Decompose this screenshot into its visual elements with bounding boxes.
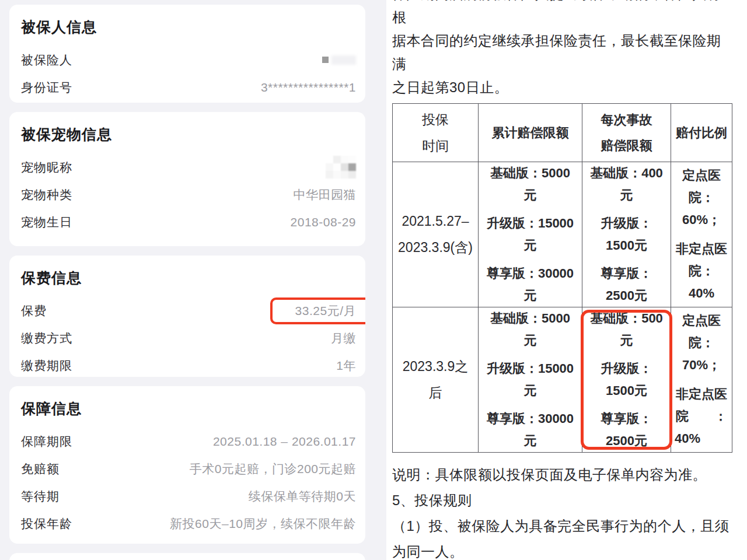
pet-birthday-row: 宠物生日 2018-08-29	[21, 208, 356, 236]
redaction-square	[322, 57, 329, 63]
renewal-clause-paragraph: 保险期间届满前被保险人提出续保申请的，保险人将根 据本合同的约定继续承担保险责任…	[392, 0, 732, 99]
waiting-period-value: 续保保单等待期0天	[249, 488, 356, 505]
id-number-value: 3****************1	[261, 80, 356, 94]
header-payout-ratio: 赔付比例	[671, 104, 732, 162]
header-policy-time: 投保 时间	[393, 104, 479, 162]
next-card-partial	[9, 553, 365, 560]
table-row-2021: 2021.5.27– 2023.3.9(含) 基础版：5000 元 升级版：15…	[393, 162, 732, 307]
payment-method-label: 缴费方式	[21, 330, 72, 346]
section-5-title: 5、投保规则	[392, 488, 732, 513]
cell-per-accident-2021: 基础版：400 元 升级版： 1500元 尊享版： 2500元	[582, 162, 671, 307]
id-number-row: 身份证号 3****************1	[21, 74, 356, 101]
cell-ratio-2021: 定点医 院： 60%； 非定点医 院： 40%	[671, 162, 732, 307]
deductible-value: 手术0元起赔，门诊200元起赔	[190, 461, 356, 477]
pet-birthday-label: 宠物生日	[21, 214, 72, 230]
waiting-period-row: 等待期 续保保单等待期0天	[21, 482, 356, 510]
rule-1: （1）投、被保险人为具备完全民事行为的个人，且须为同一人。	[392, 513, 732, 560]
pet-birthday-value: 2018-08-29	[291, 215, 356, 229]
premium-card-title: 保费信息	[21, 268, 356, 288]
pet-nickname-label: 宠物昵称	[21, 159, 72, 176]
coverage-period-label: 保障期限	[21, 433, 72, 450]
terms-document-pane: 保险期间届满前被保险人提出续保申请的，保险人将根 据本合同的约定继续承担保险责任…	[386, 0, 747, 560]
pet-nickname-redacted-value	[326, 156, 356, 178]
redaction-mosaic	[326, 156, 356, 178]
cell-time-2021: 2021.5.27– 2023.3.9(含)	[393, 162, 479, 307]
pet-species-value: 中华田园猫	[294, 187, 357, 203]
payment-method-row: 缴费方式 月缴	[21, 324, 356, 352]
pet-species-row: 宠物种类 中华田园猫	[21, 181, 356, 208]
cell-time-2023: 2023.3.9之 后	[393, 307, 479, 453]
table-note: 说明：具体限额以投保页面及电子保单内容为准。	[392, 462, 732, 488]
insured-name-row: 被保险人	[21, 46, 356, 74]
insured-pet-card: 被保宠物信息 宠物昵称 宠物种类 中华田园猫 宠物生日 2018-08-29	[9, 112, 365, 246]
premium-row: 保费 33.25元/月	[21, 297, 356, 324]
policy-summary-pane: 被保人信息 被保险人 身份证号 3****************1 被保宠物信…	[0, 0, 386, 560]
coverage-period-value: 2025.01.18 – 2026.01.17	[213, 435, 356, 449]
redaction-blur	[331, 55, 356, 65]
insurable-age-value: 新投60天–10周岁，续保不限年龄	[170, 516, 356, 532]
pet-card-title: 被保宠物信息	[21, 125, 356, 144]
pet-nickname-row: 宠物昵称	[21, 153, 356, 181]
header-per-accident-limit: 每次事故 赔偿限额	[582, 104, 671, 162]
coverage-period-row: 保障期限 2025.01.18 – 2026.01.17	[21, 428, 356, 455]
premium-highlight-annotation	[270, 298, 365, 324]
cell-per-accident-2023: 基础版：500 元 升级版： 1500元 尊享版： 2500元	[582, 307, 671, 453]
deductible-row: 免赔额 手术0元起赔，门诊200元起赔	[21, 455, 356, 482]
coverage-card-title: 保障信息	[21, 399, 356, 418]
payment-term-label: 缴费期限	[21, 358, 72, 374]
table-row-2023: 2023.3.9之 后 基础版：5000 元 升级版：15000 元 尊享版：3…	[393, 307, 732, 453]
insured-name-redacted-value	[322, 55, 356, 65]
id-number-label: 身份证号	[21, 79, 72, 96]
insured-card-title: 被保人信息	[21, 18, 356, 37]
waiting-period-label: 等待期	[21, 488, 60, 505]
insurable-age-label: 投保年龄	[21, 516, 72, 532]
premium-label: 保费	[21, 303, 47, 319]
pet-species-label: 宠物种类	[21, 187, 72, 203]
insured-name-label: 被保险人	[21, 52, 72, 68]
clause-line-clipped: 保险期间届满前被保险人提出续保申请的，保险人将根	[392, 0, 732, 29]
compensation-limit-table: 投保 时间 累计赔偿限额 每次事故 赔偿限额 赔付比例 2021.5.27– 2…	[392, 103, 732, 453]
table-header-row: 投保 时间 累计赔偿限额 每次事故 赔偿限额 赔付比例	[393, 104, 732, 162]
insurable-age-row: 投保年龄 新投60天–10周岁，续保不限年龄	[21, 510, 356, 537]
payment-term-row: 缴费期限 1年	[21, 352, 356, 377]
deductible-label: 免赔额	[21, 461, 60, 477]
coverage-card: 保障信息 保障期限 2025.01.18 – 2026.01.17 免赔额 手术…	[9, 386, 365, 544]
clause-line-3: 之日起第30日止。	[392, 76, 732, 99]
payment-term-value: 1年	[336, 358, 356, 374]
clause-line-2: 据本合同的约定继续承担保险责任，最长截至保险期满	[392, 29, 732, 76]
premium-card: 保费信息 保费 33.25元/月 缴费方式 月缴 缴费期限 1年	[9, 256, 365, 377]
cell-ratio-2023: 定点医 院： 70%； 非定点医 院 ： 40%	[671, 307, 732, 453]
cell-cumulative-2021: 基础版：5000 元 升级版：15000 元 尊享版：30000 元	[479, 162, 582, 307]
payment-method-value: 月缴	[331, 330, 356, 346]
cell-cumulative-2023: 基础版：5000 元 升级版：15000 元 尊享版：30000 元	[479, 307, 582, 453]
rule-2: （2）本产品仅限宠物主本人购买，同一时间段同一宠物犬或宠物猫限投保1份，多投保无…	[392, 558, 732, 560]
insured-person-card: 被保人信息 被保险人 身份证号 3****************1	[9, 5, 365, 103]
header-cumulative-limit: 累计赔偿限额	[479, 104, 582, 162]
